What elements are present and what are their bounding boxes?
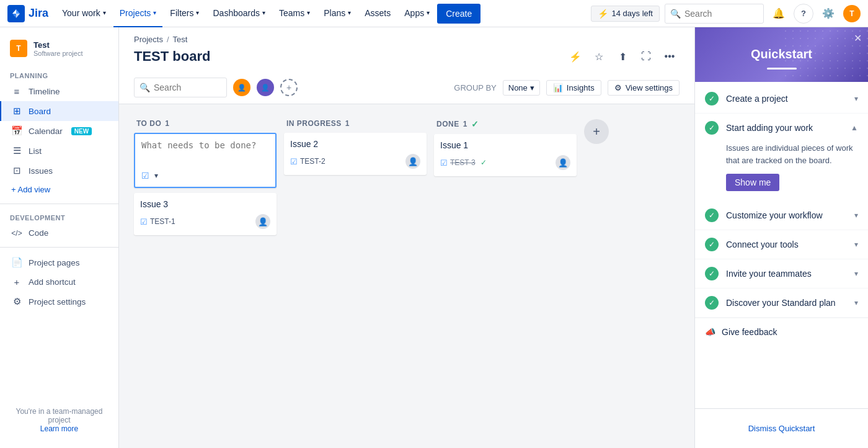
new-card-textarea[interactable] [141,140,269,165]
card-type-chevron[interactable]: ▾ [154,171,158,180]
board-columns: TO DO 1 ☑ ▾ Issue 3 [134,114,680,438]
lightning-action-button[interactable]: ⚡ [565,47,585,66]
breadcrumb-test[interactable]: Test [173,35,188,44]
sidebar-item-list[interactable]: ☰ List [0,141,118,161]
planning-section-label: PLANNING [0,67,118,82]
check-icon: ✓ [705,296,719,310]
new-card-input[interactable]: ☑ ▾ [134,133,277,188]
quickstart-body: ✓ Create a project ▾ ✓ Start adding your… [695,82,868,408]
settings-button[interactable]: ⚙️ [818,4,838,24]
pages-icon: 📄 [11,257,22,268]
sidebar-item-project-settings[interactable]: ⚙ Project settings [0,292,118,311]
card-assignee-avatar[interactable]: 👤 [255,214,270,229]
top-nav-items: Your work ▾ Projects ▾ Filters ▾ Dashboa… [56,0,585,27]
view-settings-button[interactable]: ⚙ View settings [608,80,680,96]
assignee-avatar-1[interactable]: 👤 [233,79,250,96]
quickstart-item-connect-tools[interactable]: ✓ Connect your tools ▾ [695,230,868,259]
breadcrumb-projects[interactable]: Projects [134,35,163,44]
board-header: Projects / Test TEST board ⚡ ☆ ⬆ ⛶ ••• [119,27,694,71]
sidebar-item-issues[interactable]: ⊡ Issues [0,161,118,181]
nav-dashboards[interactable]: Dashboards ▾ [206,0,272,27]
quickstart-item-start-adding[interactable]: ✓ Start adding your work ▲ [695,114,868,142]
sidebar-item-project-pages[interactable]: 📄 Project pages [0,253,118,272]
fullscreen-action-button[interactable]: ⛶ [636,47,656,66]
quickstart-item-discover-plan[interactable]: ✓ Discover your Standard plan ▾ [695,289,868,318]
add-column-button[interactable]: + [584,119,609,144]
chevron-down-icon: ▾ [854,269,858,278]
global-search-box[interactable]: 🔍 [665,4,764,24]
card-tag: ☑ TEST-2 [290,157,326,166]
view-settings-icon: ⚙ [614,83,622,92]
breadcrumb: Projects / Test [134,35,680,44]
nav-assets[interactable]: Assets [358,0,397,27]
show-me-button[interactable]: Show me [726,174,779,191]
user-avatar[interactable]: T [843,5,861,22]
board-actions: ⚡ ☆ ⬆ ⛶ ••• [565,47,680,66]
card-type-icon[interactable]: ☑ [141,171,149,181]
sidebar-item-board[interactable]: ⊞ Board [0,101,118,121]
quickstart-progress-bar [767,68,797,69]
new-badge: NEW [71,127,92,135]
nav-filters[interactable]: Filters ▾ [164,0,205,27]
sidebar-item-add-shortcut[interactable]: + Add shortcut [0,272,118,292]
learn-more-link[interactable]: Learn more [40,424,78,433]
more-action-button[interactable]: ••• [660,47,680,66]
sidebar-item-calendar[interactable]: 📅 Calendar NEW [0,121,118,141]
create-button[interactable]: Create [437,4,480,24]
sidebar-item-code[interactable]: </> Code [0,224,118,242]
board-search-input[interactable] [154,83,221,92]
sidebar-project-header[interactable]: T Test Software project [0,35,118,67]
nav-teams[interactable]: Teams ▾ [273,0,316,27]
global-search-input[interactable] [684,9,758,19]
timeline-icon: ≡ [11,86,22,97]
quickstart-close-button[interactable]: ✕ [854,32,862,44]
settings-icon: ⚙ [11,296,22,307]
quickstart-item-create-project[interactable]: ✓ Create a project ▾ [695,84,868,114]
chevron-down-icon: ▾ [153,9,156,16]
star-action-button[interactable]: ☆ [589,47,609,66]
nav-your-work[interactable]: Your work ▾ [56,0,112,27]
board-title: TEST board [134,48,210,65]
app-layout: T Test Software project PLANNING ≡ Timel… [0,27,868,448]
quickstart-feedback-item[interactable]: 📣 Give feedback [695,318,868,346]
insights-button[interactable]: 📊 Insights [546,80,601,96]
share-action-button[interactable]: ⬆ [613,47,632,66]
chevron-down-icon: ▾ [530,83,534,92]
column-done-header: DONE 1 ✓ [434,114,577,134]
column-todo-header: TO DO 1 [134,114,277,133]
quickstart-expanded-content: Issues are individual pieces of work tha… [695,142,868,201]
sidebar-item-timeline[interactable]: ≡ Timeline [0,82,118,101]
help-button[interactable]: ? [794,4,813,24]
add-assignee-button[interactable]: + [280,79,298,96]
notification-button[interactable]: 🔔 [769,4,789,24]
quickstart-item-invite-teammates[interactable]: ✓ Invite your teammates ▾ [695,259,868,289]
card-tag: ☑ TEST-3 ✓ [440,158,487,168]
add-view-button[interactable]: + Add view [0,181,118,199]
expanded-description: Issues are individual pieces of work tha… [726,142,858,166]
card-issue2[interactable]: Issue 2 ☑ TEST-2 👤 [284,133,427,175]
nav-plans[interactable]: Plans ▾ [317,0,357,27]
nav-apps[interactable]: Apps ▾ [398,0,436,27]
column-todo: TO DO 1 ☑ ▾ Issue 3 [134,114,277,240]
toolbar-right: GROUP BY None ▾ 📊 Insights ⚙ View settin… [454,80,680,96]
card-assignee-avatar[interactable]: 👤 [556,155,570,170]
trial-badge[interactable]: ⚡ 14 days left [591,6,660,22]
logo[interactable]: Jira [7,5,48,22]
chevron-down-icon: ▾ [307,9,310,16]
chevron-down-icon: ▾ [262,9,265,16]
dismiss-quickstart-button[interactable]: Dismiss Quickstart [705,416,858,441]
chevron-down-icon: ▾ [854,240,858,249]
megaphone-icon: 📣 [705,327,715,337]
card-issue3[interactable]: Issue 3 ☑ TEST-1 👤 [134,193,277,235]
project-icon: T [10,40,27,57]
done-check-icon: ✓ [471,119,479,129]
quickstart-header: ✕ Quickstart [695,27,868,82]
quickstart-item-customize[interactable]: ✓ Customize your workflow ▾ [695,201,868,230]
board-search-box[interactable]: 🔍 [134,78,227,97]
card-assignee-avatar[interactable]: 👤 [405,154,420,169]
card-issue1[interactable]: Issue 1 ☑ TEST-3 ✓ 👤 [434,134,577,176]
group-by-select[interactable]: None ▾ [503,80,540,96]
check-icon: ✓ [705,208,719,222]
nav-projects[interactable]: Projects ▾ [113,0,163,27]
assignee-avatar-2[interactable]: 👤 [257,79,274,96]
